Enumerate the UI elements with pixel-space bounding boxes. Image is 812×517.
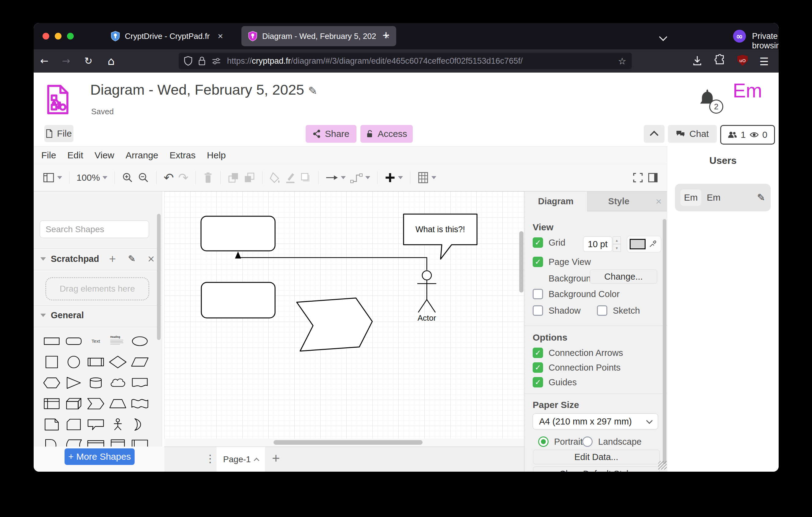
tab-diagram[interactable]: Diagram xyxy=(524,191,587,211)
reload-button[interactable]: ↻ xyxy=(77,55,100,67)
collapse-toolbar-button[interactable] xyxy=(644,125,665,143)
shape-cloud[interactable] xyxy=(107,373,129,393)
shape-data-storage[interactable] xyxy=(63,435,85,446)
scratchpad-section-header[interactable]: Scratchpad xyxy=(40,254,99,264)
shape-card[interactable] xyxy=(63,414,85,435)
url-bar[interactable]: https://cryptpad.fr/diagram/#/3/diagram/… xyxy=(179,53,632,69)
shape-internal-storage[interactable] xyxy=(41,393,63,414)
scratchpad-drop-zone[interactable]: Drag elements here xyxy=(45,277,149,300)
scratchpad-add-icon[interactable]: + xyxy=(109,253,116,264)
shape-ellipse[interactable] xyxy=(129,331,151,352)
chat-button[interactable]: Chat xyxy=(668,125,717,143)
shape-process[interactable] xyxy=(85,352,107,373)
guides-row[interactable]: ✓ Guides xyxy=(533,377,577,387)
page-tab[interactable]: Page-1 xyxy=(216,447,265,472)
shape-diamond[interactable] xyxy=(107,352,129,373)
background-color-checkbox[interactable] xyxy=(533,289,543,299)
document-title[interactable]: Diagram - Wed, February 5, 2025 ✎ xyxy=(90,81,317,98)
shape-heading[interactable]: Heading xyxy=(107,331,129,352)
search-input[interactable] xyxy=(45,224,157,235)
grid-checkbox[interactable]: ✓ xyxy=(533,237,543,248)
user-count-box[interactable]: 1 0 xyxy=(720,125,775,144)
connection-button[interactable] xyxy=(325,173,346,182)
zoom-level-button[interactable]: 100% xyxy=(77,172,107,183)
menu-item-edit[interactable]: Edit xyxy=(67,150,83,161)
grid-color-button[interactable] xyxy=(627,236,661,252)
guides-checkbox[interactable]: ✓ xyxy=(533,377,543,387)
connector-edge[interactable] xyxy=(238,257,427,270)
lock-icon[interactable] xyxy=(198,56,206,65)
menu-item-view[interactable]: View xyxy=(94,150,114,161)
ublock-origin-icon[interactable]: uO xyxy=(737,55,748,66)
shape-rounded-rect-1[interactable] xyxy=(201,216,275,251)
grid-size-stepper[interactable]: ▲ ▼ xyxy=(613,237,621,252)
connection-arrows-checkbox[interactable]: ✓ xyxy=(533,348,543,358)
shape-cylinder[interactable] xyxy=(85,373,107,393)
shape-or[interactable] xyxy=(129,414,151,435)
user-row[interactable]: Em Em ✎ xyxy=(675,184,771,211)
scratchpad-edit-icon[interactable]: ✎ xyxy=(128,253,136,264)
shape-circle[interactable] xyxy=(63,352,85,373)
account-avatar[interactable]: Em xyxy=(733,79,762,102)
tab-close-icon[interactable]: × xyxy=(218,31,223,42)
connection-points-row[interactable]: ✓ Connection Points xyxy=(533,362,620,373)
to-back-button[interactable] xyxy=(243,172,255,183)
page-view-checkbox[interactable]: ✓ xyxy=(533,257,543,267)
grid-size-input[interactable] xyxy=(583,237,612,252)
canvas-hscroll-track[interactable] xyxy=(164,439,524,446)
add-page-button[interactable]: + xyxy=(272,451,280,466)
shape-actor[interactable] xyxy=(417,271,436,312)
shape-document[interactable] xyxy=(129,373,151,393)
edit-data-button[interactable]: Edit Data... xyxy=(533,450,660,464)
canvas-hscroll-thumb[interactable] xyxy=(273,440,423,445)
list-tabs-button[interactable] xyxy=(660,34,666,40)
table-button[interactable] xyxy=(417,171,436,184)
menu-item-file[interactable]: File xyxy=(41,150,56,161)
shape-rounded-rect-2[interactable] xyxy=(201,282,275,318)
shape-container[interactable] xyxy=(85,435,107,446)
line-color-button[interactable] xyxy=(285,172,296,184)
redo-button[interactable]: ↷ xyxy=(178,171,188,185)
format-panel-toggle-button[interactable] xyxy=(648,172,658,183)
landscape-radio-row[interactable]: Landscape xyxy=(582,436,642,447)
edit-title-pencil-icon[interactable]: ✎ xyxy=(308,84,317,97)
zoom-out-button[interactable] xyxy=(138,172,149,184)
canvas-vscroll-thumb[interactable] xyxy=(519,231,523,293)
stepper-down-icon[interactable]: ▼ xyxy=(613,244,621,252)
shape-rounded-rectangle[interactable] xyxy=(63,331,85,352)
paper-size-select[interactable]: A4 (210 mm x 297 mm) xyxy=(533,413,658,429)
menu-item-arrange[interactable]: Arrange xyxy=(126,150,158,161)
shadow-checkbox-row[interactable]: Shadow xyxy=(533,305,581,316)
waypoints-button[interactable] xyxy=(350,172,370,184)
menu-item-extras[interactable]: Extras xyxy=(170,150,196,161)
clear-default-style-button[interactable]: Clear Default Style xyxy=(533,466,660,472)
undo-button[interactable]: ↶ xyxy=(164,171,174,185)
back-button[interactable]: ← xyxy=(34,55,55,67)
shape-square[interactable] xyxy=(41,352,63,373)
pages-menu-icon[interactable]: ⋮ xyxy=(205,452,215,465)
tab-cryptdrive[interactable]: CryptDrive - CryptPad.fr × xyxy=(111,23,223,49)
panel-close-icon[interactable]: × xyxy=(650,191,667,211)
shape-callout[interactable] xyxy=(85,414,107,435)
scratchpad-close-icon[interactable]: × xyxy=(147,253,155,264)
delete-button[interactable] xyxy=(203,172,213,184)
macos-zoom-button[interactable] xyxy=(67,33,74,39)
shape-text[interactable]: Text xyxy=(85,331,107,352)
edit-user-pencil-icon[interactable]: ✎ xyxy=(757,192,765,203)
connection-points-checkbox[interactable]: ✓ xyxy=(533,362,543,373)
sketch-checkbox[interactable] xyxy=(597,305,607,316)
shape-hexagon[interactable] xyxy=(41,373,63,393)
shape-trapezoid[interactable] xyxy=(107,393,129,414)
panel-resize-handle[interactable] xyxy=(658,461,667,469)
view-layout-button[interactable] xyxy=(42,172,62,183)
shape-and[interactable] xyxy=(41,435,63,446)
shadow-button[interactable] xyxy=(300,172,311,183)
background-color-checkbox-row[interactable]: Background Color xyxy=(533,289,619,299)
menu-hamburger-icon[interactable]: ☰ xyxy=(759,55,768,68)
actor-label[interactable]: Actor xyxy=(417,313,436,323)
permissions-icon[interactable] xyxy=(212,57,221,65)
macos-close-button[interactable] xyxy=(42,33,49,39)
stepper-up-icon[interactable]: ▲ xyxy=(613,237,621,244)
sidebar-scrollbar[interactable] xyxy=(157,214,161,340)
shape-horizontal-container[interactable] xyxy=(129,435,151,446)
